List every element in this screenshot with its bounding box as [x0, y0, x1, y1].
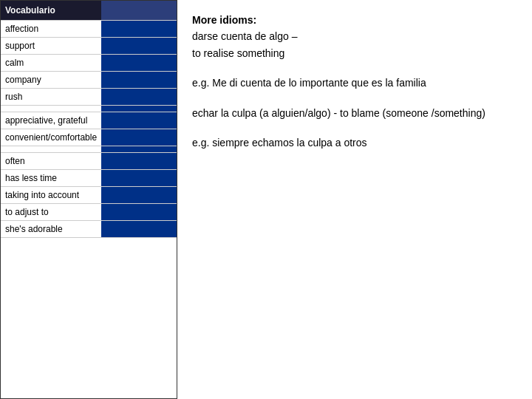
vocab-term: affection	[1, 21, 101, 38]
vocab-term: often	[1, 153, 101, 170]
table-row: support	[1, 38, 177, 55]
table-row: company	[1, 72, 177, 89]
table-row: appreciative, grateful	[1, 112, 177, 129]
table-row: has less time	[1, 170, 177, 187]
vocab-translation	[101, 187, 177, 204]
vocab-translation	[101, 112, 177, 129]
vocab-translation	[101, 129, 177, 146]
vocab-translation	[101, 21, 177, 38]
vocab-table: Vocabulario affectionsupportcalmcompanyr…	[1, 1, 177, 238]
table-row: convenient/comfortable	[1, 129, 177, 146]
idioms-block3: echar la culpa (a alguien/algo) - to bla…	[192, 105, 517, 121]
idioms-block4: e.g. siempre echamos la culpa a otros	[192, 134, 517, 151]
table-row: she's adorable	[1, 221, 177, 238]
idioms-block1-line2: to realise something	[192, 47, 284, 59]
header-left: Vocabulario	[1, 1, 101, 21]
vocab-term: support	[1, 38, 101, 55]
vocab-term: rush	[1, 89, 101, 106]
vocab-term: taking into account	[1, 187, 101, 204]
idioms-block2: e.g. Me di cuenta de lo importante que e…	[192, 75, 517, 91]
table-header-row: Vocabulario	[1, 1, 177, 21]
table-row: calm	[1, 55, 177, 72]
idioms-block1: More idioms: darse cuenta de algo – to r…	[192, 12, 517, 61]
idioms-block1-line1: darse cuenta de algo –	[192, 30, 297, 42]
vocab-translation	[101, 55, 177, 72]
vocab-term: company	[1, 72, 101, 89]
vocab-term: has less time	[1, 170, 101, 187]
table-row: often	[1, 153, 177, 170]
vocab-translation	[101, 170, 177, 187]
header-right	[101, 1, 177, 21]
vocab-translation	[101, 72, 177, 89]
vocab-translation	[101, 38, 177, 55]
vocab-term: convenient/comfortable	[1, 129, 101, 146]
vocab-term: to adjust to	[1, 204, 101, 221]
vocab-term: appreciative, grateful	[1, 112, 101, 129]
vocab-translation	[101, 146, 177, 153]
table-row	[1, 106, 177, 112]
vocab-translation	[101, 204, 177, 221]
vocab-term	[1, 146, 101, 153]
vocab-section: Vocabulario affectionsupportcalmcompanyr…	[0, 0, 177, 399]
table-row: to adjust to	[1, 204, 177, 221]
text-section: More idioms: darse cuenta de algo – to r…	[177, 0, 532, 399]
vocab-term: she's adorable	[1, 221, 101, 238]
vocab-term: calm	[1, 55, 101, 72]
vocab-translation	[101, 221, 177, 238]
table-row: taking into account	[1, 187, 177, 204]
vocab-term	[1, 106, 101, 112]
vocab-translation	[101, 89, 177, 106]
vocab-translation	[101, 106, 177, 112]
table-row	[1, 146, 177, 153]
table-row: affection	[1, 21, 177, 38]
main-container: Vocabulario affectionsupportcalmcompanyr…	[0, 0, 532, 399]
table-row: rush	[1, 89, 177, 106]
idioms-block1-label: More idioms:	[192, 14, 256, 26]
vocab-translation	[101, 153, 177, 170]
